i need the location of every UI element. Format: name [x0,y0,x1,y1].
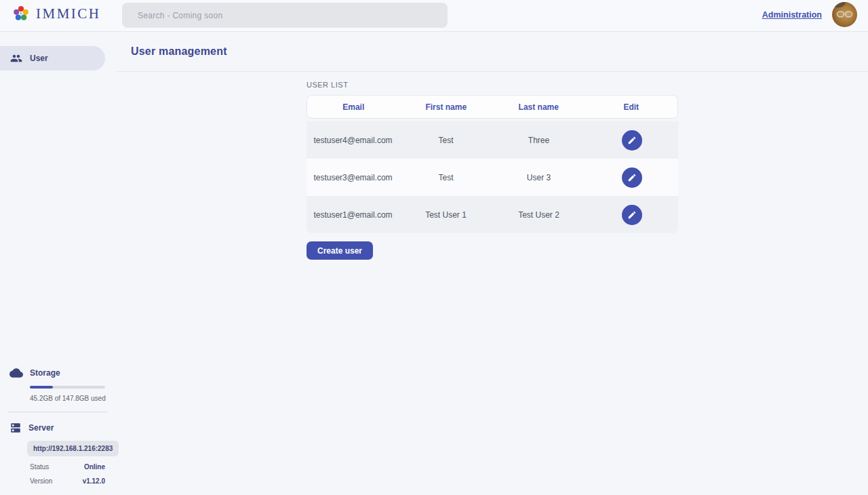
pencil-icon [627,210,637,220]
pencil-icon [627,173,637,182]
app-title: IMMICH [36,5,101,22]
top-bar: IMMICH Administration [0,0,868,32]
user-email: testuser4@email.com [307,136,399,145]
user-table: Email First name Last name Edit testuser… [307,95,678,233]
user-avatar[interactable] [832,2,857,27]
page-title-bar: User management [117,32,868,72]
storage-progress-bar [30,386,105,389]
storage-title: Storage [30,368,60,378]
edit-user-button[interactable] [622,167,642,188]
user-last-name: Test User 2 [492,210,585,220]
edit-user-button[interactable] [622,205,642,225]
administration-link[interactable]: Administration [762,10,822,20]
main-content: User management USER LIST Email First na… [117,32,868,495]
create-user-button[interactable]: Create user [307,241,373,260]
table-row: testuser4@email.com Test Three [307,121,678,159]
user-first-name: Test [399,173,492,182]
sidebar-divider [8,412,108,412]
server-status-row: Status Online [30,463,105,471]
user-list-label: USER LIST [307,81,678,89]
column-header-first-name: First name [400,102,493,112]
version-value: v1.12.0 [83,477,105,485]
sidebar: User Storage 45.2GB of 147.8GB used Serv… [0,32,117,495]
server-title: Server [28,423,54,433]
search-input[interactable] [122,3,448,28]
sidebar-item-label: User [30,54,48,63]
user-first-name: Test User 1 [399,210,492,220]
table-row: testuser1@email.com Test User 1 Test Use… [307,196,678,233]
user-list-section: USER LIST Email First name Last name Edi… [307,81,678,260]
pencil-icon [627,136,637,145]
server-url-badge: http://192.168.1.216:2283 [27,441,119,456]
column-header-last-name: Last name [492,102,585,112]
server-icon [9,422,22,434]
edit-user-button[interactable] [622,130,642,151]
version-label: Version [30,477,52,485]
server-version-row: Version v1.12.0 [30,477,105,485]
table-header-row: Email First name Last name Edit [307,95,678,119]
page-title: User management [131,45,227,58]
sidebar-status-panel: Storage 45.2GB of 147.8GB used Server ht… [0,366,117,485]
server-section-header: Server [0,422,117,434]
sidebar-item-user[interactable]: User [0,46,105,71]
storage-section-header: Storage [0,366,117,380]
immich-flower-icon [12,5,30,22]
user-first-name: Test [399,136,492,145]
column-header-edit: Edit [585,102,678,112]
immich-logo: IMMICH [12,5,101,22]
user-email: testuser3@email.com [307,173,399,182]
table-row: testuser3@email.com Test User 3 [307,159,678,196]
users-icon [10,52,22,64]
column-header-email: Email [307,102,400,112]
user-last-name: User 3 [492,173,585,182]
storage-usage-text: 45.2GB of 147.8GB used [30,395,117,402]
status-value: Online [84,463,105,471]
user-last-name: Three [492,136,585,145]
cloud-icon [9,366,23,380]
user-email: testuser1@email.com [307,210,399,220]
storage-progress-fill [30,386,53,389]
status-label: Status [30,463,49,471]
